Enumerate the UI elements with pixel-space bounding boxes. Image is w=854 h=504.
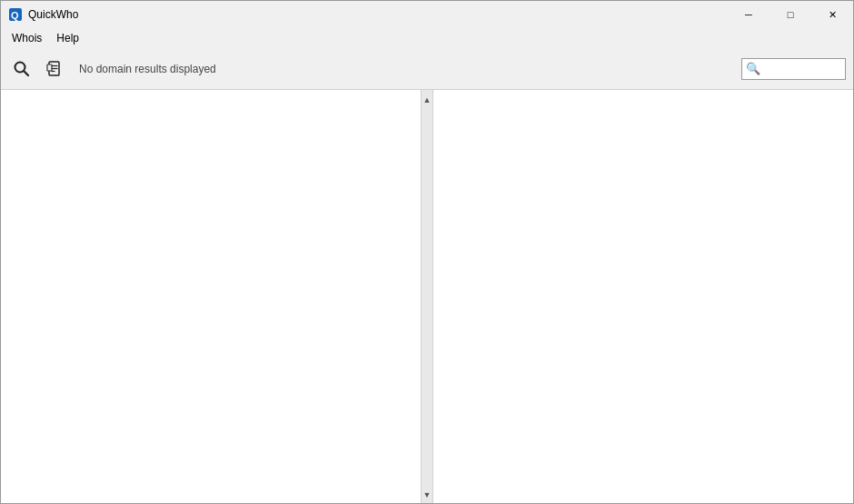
search-box[interactable]: 🔍 xyxy=(741,58,846,80)
search-icon xyxy=(13,60,31,78)
maximize-button[interactable]: □ xyxy=(770,1,811,28)
document-button[interactable] xyxy=(41,55,68,83)
main-area: ▲ ▼ xyxy=(1,90,853,504)
app-title: QuickWho xyxy=(28,8,78,21)
document-icon xyxy=(45,60,64,78)
vertical-divider: ▲ ▼ xyxy=(421,90,433,504)
title-bar: Q QuickWho ─ □ ✕ xyxy=(1,1,853,28)
menu-item-whois[interactable]: Whois xyxy=(5,30,49,46)
right-panel xyxy=(433,90,853,504)
minimize-button[interactable]: ─ xyxy=(728,1,770,28)
toolbar: No domain results displayed 🔍 xyxy=(1,48,853,90)
close-button[interactable]: ✕ xyxy=(811,1,853,28)
search-input[interactable] xyxy=(764,63,846,75)
menu-item-help[interactable]: Help xyxy=(49,30,86,46)
left-panel xyxy=(1,90,421,504)
status-text: No domain results displayed xyxy=(74,63,736,75)
app-icon: Q xyxy=(8,7,23,22)
search-box-icon: 🔍 xyxy=(746,62,760,75)
scroll-up-arrow[interactable]: ▲ xyxy=(421,94,433,106)
search-button[interactable] xyxy=(8,55,35,83)
svg-rect-8 xyxy=(47,64,52,71)
scroll-down-arrow[interactable]: ▼ xyxy=(421,489,433,501)
svg-line-3 xyxy=(25,71,29,75)
window-controls: ─ □ ✕ xyxy=(728,1,853,28)
menu-bar: Whois Help xyxy=(1,28,853,48)
svg-text:Q: Q xyxy=(11,10,19,21)
title-bar-left: Q QuickWho xyxy=(8,7,78,22)
